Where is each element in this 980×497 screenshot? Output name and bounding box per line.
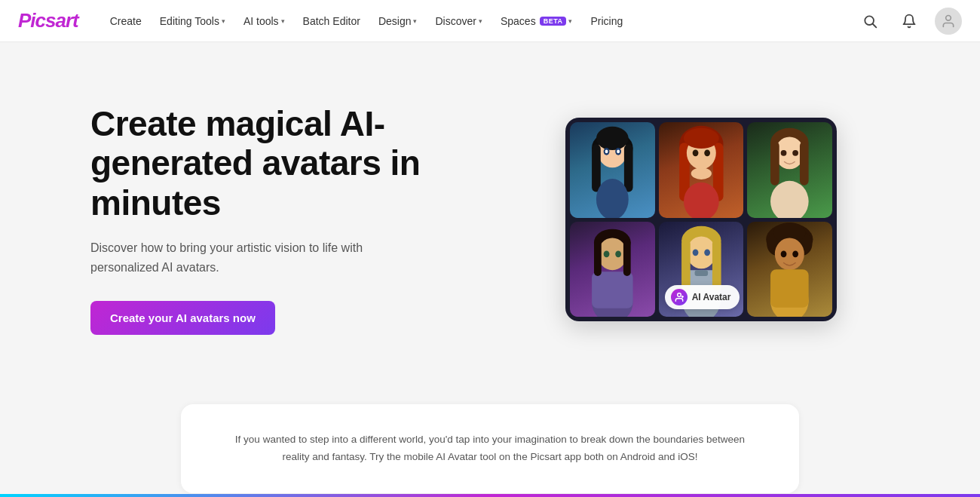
avatar-cell-5: AI Avatar [659,222,744,318]
svg-point-12 [617,149,620,153]
hero-section: Create magical AI-generated avatars in m… [0,42,980,389]
svg-point-20 [692,149,698,156]
ai-label-text: AI Avatar [692,292,731,302]
svg-point-57 [793,250,799,257]
nav-item-editing-tools[interactable]: Editing Tools ▾ [152,11,233,32]
svg-line-1 [873,23,877,27]
nav-links: Create Editing Tools ▾ AI tools ▾ Batch … [103,11,856,32]
nav-item-pricing[interactable]: Pricing [583,11,630,32]
chevron-down-icon: ▾ [479,17,482,25]
nav-item-spaces[interactable]: Spaces BETA ▾ [493,11,580,32]
svg-rect-34 [623,239,631,276]
avatar-cell-2 [659,122,744,218]
svg-point-19 [691,167,711,179]
notifications-button[interactable] [896,8,923,35]
search-button[interactable] [856,8,884,35]
svg-point-46 [677,293,681,297]
hero-subtitle: Discover how to bring your artistic visi… [90,238,377,277]
svg-point-44 [692,249,698,256]
svg-point-38 [687,236,716,268]
svg-point-30 [598,238,627,270]
nav-actions [856,8,962,35]
svg-rect-25 [770,141,779,185]
nav-item-ai-tools[interactable]: AI tools ▾ [236,11,292,32]
beta-badge: BETA [540,17,567,26]
svg-point-28 [793,150,799,156]
avatar-cell-1 [570,122,655,218]
svg-point-8 [596,179,629,218]
svg-point-35 [604,250,610,257]
svg-rect-26 [800,141,809,185]
avatar-cell-6 [747,222,832,318]
svg-point-24 [770,181,809,218]
svg-rect-42 [681,239,691,290]
bottom-text: If you wanted to step into a different w… [226,431,754,466]
ai-label-icon [671,289,688,305]
svg-point-11 [605,149,608,153]
navbar: Picsart Create Editing Tools ▾ AI tools … [0,0,980,42]
svg-point-56 [781,250,787,257]
nav-item-design[interactable]: Design ▾ [371,11,425,32]
chevron-down-icon: ▾ [222,17,225,25]
bottom-bar [0,494,980,497]
svg-rect-55 [770,269,809,308]
nav-item-discover[interactable]: Discover ▾ [427,11,489,32]
user-avatar-button[interactable] [935,8,962,35]
chevron-down-icon: ▾ [568,17,572,25]
svg-point-2 [946,15,951,20]
svg-rect-32 [592,272,632,308]
logo[interactable]: Picsart [18,9,78,32]
svg-rect-6 [592,144,601,192]
avatar-cell-4 [570,222,655,318]
svg-point-45 [704,249,710,256]
nav-item-batch-editor[interactable]: Batch Editor [296,11,368,32]
hero-content: Create magical AI-generated avatars in m… [90,104,437,336]
svg-point-36 [615,250,621,257]
avatar-grid: AI Avatar [570,122,832,317]
avatar-card: AI Avatar [565,118,837,321]
svg-point-5 [596,127,629,150]
chevron-down-icon: ▾ [281,17,285,25]
svg-rect-7 [624,144,633,192]
bottom-card: If you wanted to step into a different w… [181,404,799,493]
avatar-cell-3 [747,122,832,218]
svg-point-17 [684,128,719,149]
svg-rect-41 [694,270,708,276]
hero-visual: AI Avatar [482,118,920,321]
svg-rect-33 [594,239,602,276]
chevron-down-icon: ▾ [413,17,417,25]
ai-avatar-label: AI Avatar [665,285,740,309]
bottom-section: If you wanted to step into a different w… [0,389,980,497]
svg-rect-43 [712,239,721,290]
hero-title: Create magical AI-generated avatars in m… [90,104,437,224]
cta-button[interactable]: Create your AI avatars now [90,301,275,335]
svg-point-27 [781,150,787,156]
nav-item-create[interactable]: Create [103,11,149,32]
svg-point-21 [704,149,710,156]
